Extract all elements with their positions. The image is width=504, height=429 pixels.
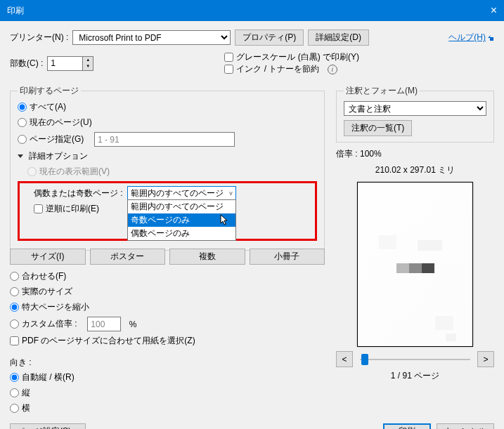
save-ink-label: インク / トナーを節約 [236,63,319,75]
radio-portrait[interactable] [10,388,19,397]
dropdown-option-selected[interactable]: 奇数ページのみ [128,213,235,227]
radio-landscape[interactable] [10,404,19,413]
dialog-title: 印刷 [7,5,24,17]
page-indicator: 1 / 91 ページ [336,370,494,382]
printer-label: プリンター(N) : [10,32,68,44]
cursor-icon [220,214,230,227]
chevron-down-icon: v [229,190,233,197]
advanced-settings-button[interactable]: 詳細設定(D) [308,29,369,46]
reverse-order-checkbox[interactable] [34,204,43,213]
page-preview [357,182,473,347]
annotations-select[interactable]: 文書と注釈 [344,101,486,116]
grayscale-checkbox[interactable] [224,53,233,62]
orientation-legend: 向き : [10,357,325,369]
radio-range[interactable] [18,135,27,144]
copies-spinner[interactable]: ▲▼ [47,56,93,71]
highlight-annotation: 偶数または奇数ページ : 範囲内のすべてのページ v 範囲内のすべてのページ 奇… [18,181,317,241]
radio-fit[interactable] [10,272,19,281]
grayscale-label: グレースケール (白黒) で印刷(Y) [236,51,359,63]
odd-even-dropdown-list: 範囲内のすべてのページ 奇数ページのみ 偶数ページのみ [127,199,236,241]
pages-to-print-group: 印刷するページ すべて(A) 現在のページ(U) ページ指定(G) 詳細オプショ… [10,85,325,251]
spin-down-icon[interactable]: ▼ [83,63,93,70]
dropdown-option[interactable]: 偶数ページのみ [128,227,235,240]
cancel-button[interactable]: キャンセル [437,423,494,429]
dropdown-option[interactable]: 範囲内のすべてのページ [128,200,235,213]
zoom-label: 倍率 : 100% [336,148,494,160]
tab-booklet[interactable]: 小冊子 [250,249,325,265]
page-dimensions: 210.02 x 297.01 ミリ [336,164,494,176]
save-ink-checkbox[interactable] [224,65,233,74]
annotations-legend: 注釈とフォーム(M) [344,85,420,97]
page-range-input[interactable] [94,132,235,147]
print-button[interactable]: 印刷 [383,423,431,429]
properties-button[interactable]: プロパティ(P) [235,29,304,46]
annotation-list-button[interactable]: 注釈の一覧(T) [344,120,412,136]
close-icon[interactable]: × [491,4,497,17]
odd-even-select[interactable]: 範囲内のすべてのページ v [127,186,236,200]
preview-area: 倍率 : 100% 210.02 x 297.01 ミリ < > [336,148,494,382]
odd-even-label: 偶数または奇数ページ : [34,187,123,199]
radio-all[interactable] [18,103,27,112]
radio-auto-orient[interactable] [10,373,19,382]
printer-select[interactable]: Microsoft Print to PDF [72,30,231,45]
prev-page-button[interactable]: < [336,351,353,367]
info-icon[interactable]: i [328,65,337,74]
choose-paper-checkbox[interactable] [10,336,19,345]
page-slider[interactable] [357,352,473,367]
radio-shrink[interactable] [10,303,19,312]
help-link[interactable]: ヘルプ(H) [448,32,494,44]
custom-scale-input[interactable] [87,317,121,331]
pages-legend: 印刷するページ [18,85,81,97]
copies-input[interactable] [47,56,82,71]
next-page-button[interactable]: > [477,351,494,367]
advanced-options-label[interactable]: 詳細オプション [29,150,88,162]
chevron-down-icon[interactable] [18,154,23,158]
tab-size[interactable]: サイズ(I) [10,249,86,265]
radio-actual[interactable] [10,287,19,296]
spin-up-icon[interactable]: ▲ [83,57,93,64]
radio-current[interactable] [18,118,27,127]
page-setup-button[interactable]: ページ設定(S)... [10,423,86,429]
radio-current-view [27,167,37,176]
tab-multiple[interactable]: 複数 [169,249,245,265]
radio-custom-scale[interactable] [10,319,19,329]
sizing-tabs: サイズ(I) ポスター 複数 小冊子 [10,249,325,265]
copies-label: 部数(C) : [10,58,43,70]
tab-poster[interactable]: ポスター [90,249,166,265]
annotations-group: 注釈とフォーム(M) 文書と注釈 注釈の一覧(T) [336,85,494,143]
